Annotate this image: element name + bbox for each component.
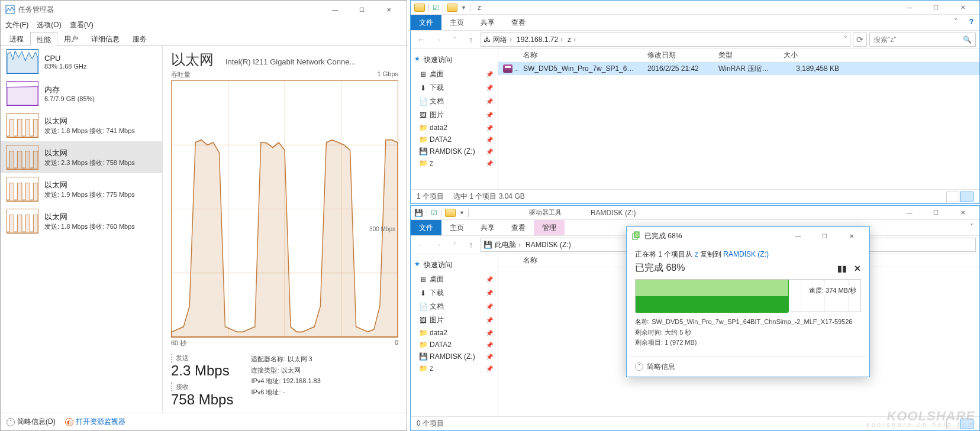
qat-props-icon[interactable]: ☑ <box>433 4 439 12</box>
maximize-button[interactable]: ☐ <box>923 205 949 221</box>
qat-newfolder-icon[interactable] <box>447 4 457 12</box>
breadcrumb-seg[interactable]: z <box>568 35 578 44</box>
detail-kv-row: 适配器名称: 以太网 3 <box>251 354 320 365</box>
view-details-button[interactable] <box>946 192 959 202</box>
menu-file[interactable]: 文件(F) <box>5 20 28 30</box>
minimize-button[interactable]: — <box>785 228 811 244</box>
nav-forward-button[interactable]: → <box>431 33 445 47</box>
open-resmon-link[interactable]: ◐打开资源监视器 <box>65 417 125 427</box>
tab-processes[interactable]: 进程 <box>3 31 30 45</box>
tab-details[interactable]: 详细信息 <box>85 31 126 45</box>
brief-info-toggle[interactable]: ˅简略信息(D) <box>7 417 56 427</box>
breadcrumb-seg[interactable]: 网络 <box>493 35 514 45</box>
perf-item-2[interactable]: 以太网发送: 1.8 Mbps 接收: 741 Mbps <box>1 109 162 141</box>
navpane-item[interactable]: 📁z📌 <box>413 362 495 374</box>
maximize-button[interactable]: ☐ <box>811 228 838 244</box>
menu-options[interactable]: 选项(O) <box>37 20 61 30</box>
col-date[interactable]: 修改日期 <box>643 50 714 60</box>
search-icon[interactable]: 🔍 <box>963 35 972 44</box>
ribbon-manage[interactable]: 管理 <box>534 220 565 235</box>
navpane-item[interactable]: 🖼图片📌 <box>413 313 495 327</box>
navpane-item[interactable]: ⬇下载📌 <box>413 81 495 95</box>
perf-item-5[interactable]: 以太网发送: 1.8 Mbps 接收: 760 Mbps <box>1 205 162 237</box>
file-list[interactable]: 名称 修改日期 类型 大小 SW_DVD5_Win_Pro_7w_SP1_64B… <box>498 49 979 189</box>
view-icons-button[interactable] <box>960 192 973 202</box>
minimize-button[interactable]: — <box>896 205 923 221</box>
nav-history-dropdown[interactable]: ˅ <box>447 33 462 47</box>
dst-link[interactable]: RAMDISK (Z:) <box>723 250 769 258</box>
ribbon-share[interactable]: 共享 <box>472 15 503 30</box>
navpane-item[interactable]: 🖥桌面📌 <box>413 273 495 286</box>
navpane-item[interactable]: 📁data2📌 <box>413 122 495 134</box>
ribbon-view[interactable]: 查看 <box>503 220 534 235</box>
perf-item-3[interactable]: 以太网发送: 2.3 Mbps 接收: 758 Mbps <box>1 141 162 173</box>
navpane-item[interactable]: 📁DATA2📌 <box>413 134 495 145</box>
ribbon-file[interactable]: 文件 <box>411 15 441 30</box>
nav-up-button[interactable]: ↑ <box>464 33 478 47</box>
qat-props-icon[interactable]: ☑ <box>431 209 437 217</box>
nav-back-button[interactable]: ← <box>414 33 428 47</box>
help-icon[interactable]: ? <box>963 15 979 30</box>
navpane-item[interactable]: 💾RAMDISK (Z:)📌 <box>413 351 495 362</box>
ribbon-home[interactable]: 主页 <box>441 15 472 30</box>
ribbon-file[interactable]: 文件 <box>411 220 441 235</box>
perf-item-4[interactable]: 以太网发送: 1.9 Mbps 接收: 775 Mbps <box>1 173 162 205</box>
ribbon-share[interactable]: 共享 <box>472 220 503 235</box>
menu-view[interactable]: 查看(V) <box>70 20 94 30</box>
breadcrumb-seg[interactable]: 192.168.1.72 <box>517 35 565 44</box>
close-button[interactable]: ✕ <box>949 0 976 16</box>
tab-services[interactable]: 服务 <box>126 31 153 45</box>
qat-dropdown-icon[interactable]: ▼ <box>459 210 465 216</box>
throughput-chart[interactable]: 300 Mbps <box>171 80 398 338</box>
qat-newfolder-icon[interactable] <box>445 209 456 217</box>
navpane-quickaccess[interactable]: 快速访问 <box>413 53 495 67</box>
qat-dropdown-icon[interactable]: ▼ <box>461 5 466 11</box>
breadcrumb-seg[interactable]: 此电脑 <box>495 240 523 250</box>
perf-item-0[interactable]: CPU83% 1.68 GHz <box>1 46 162 77</box>
ribbon-collapse-icon[interactable]: ˅ <box>964 220 979 235</box>
minimize-button[interactable]: — <box>896 0 923 16</box>
navpane-item[interactable]: ⬇下载📌 <box>413 286 495 300</box>
pause-button[interactable]: ▮▮ <box>837 264 847 273</box>
tab-performance[interactable]: 性能 <box>30 32 57 46</box>
navpane-item[interactable]: 📁data2📌 <box>413 327 495 339</box>
maximize-button[interactable]: ☐ <box>349 1 375 18</box>
refresh-button[interactable]: ⟳ <box>853 33 867 47</box>
navpane-item[interactable]: 💾RAMDISK (Z:)📌 <box>413 145 495 157</box>
col-size[interactable]: 大小 <box>779 50 844 60</box>
navpane-item[interactable]: 📄文档📌 <box>413 300 495 313</box>
navpane-item[interactable]: 🖥桌面📌 <box>413 67 495 81</box>
maximize-button[interactable]: ☐ <box>923 0 949 16</box>
navpane-item[interactable]: 📄文档📌 <box>413 95 495 108</box>
address-bar[interactable]: 🖧 网络 192.168.1.72 z ˅ <box>481 33 850 47</box>
titlebar[interactable]: 任务管理器 — ☐ ✕ <box>1 1 407 18</box>
addr-dropdown-icon[interactable]: ˅ <box>844 35 847 44</box>
tab-users[interactable]: 用户 <box>57 31 85 45</box>
ribbon-collapse-icon[interactable]: ˅ <box>948 15 963 30</box>
ribbon-home[interactable]: 主页 <box>441 220 472 235</box>
col-name[interactable]: 名称 <box>518 50 643 60</box>
navpane-quickaccess[interactable]: 快速访问 <box>413 258 495 273</box>
nav-up-button[interactable]: ↑ <box>464 238 478 252</box>
navpane-item[interactable]: 📁DATA2📌 <box>413 339 495 351</box>
col-type[interactable]: 类型 <box>714 50 779 60</box>
breadcrumb-seg[interactable]: RAMDISK (Z:) <box>526 241 576 249</box>
close-button[interactable]: ✕ <box>838 228 865 244</box>
nav-back-button[interactable]: ← <box>414 238 428 252</box>
col-name[interactable]: 名称 <box>518 255 643 265</box>
chevron-up-icon[interactable]: ˄ <box>635 362 643 371</box>
file-row[interactable]: SW_DVD5_Win_Pro_7w_SP1_64BIT_Ch... 2016/… <box>498 62 979 75</box>
minimize-button[interactable]: — <box>322 1 349 18</box>
brief-info-toggle[interactable]: 简略信息 <box>647 362 675 372</box>
navpane-item[interactable]: 📁z📌 <box>413 157 495 169</box>
ribbon-view[interactable]: 查看 <box>503 15 534 30</box>
nav-history-dropdown[interactable]: ˅ <box>447 238 462 252</box>
close-button[interactable]: ✕ <box>375 1 402 18</box>
navpane-item[interactable]: 🖼图片📌 <box>413 108 495 122</box>
perf-item-1[interactable]: 内存6.7/7.9 GB (85%) <box>1 77 162 109</box>
close-button[interactable]: ✕ <box>949 205 976 221</box>
cancel-button[interactable]: ✕ <box>854 264 861 273</box>
search-input[interactable]: 搜索"z" 🔍 <box>869 33 976 47</box>
nav-forward-button[interactable]: → <box>431 238 445 252</box>
dialog-titlebar[interactable]: 已完成 68% — ☐ ✕ <box>627 227 869 245</box>
